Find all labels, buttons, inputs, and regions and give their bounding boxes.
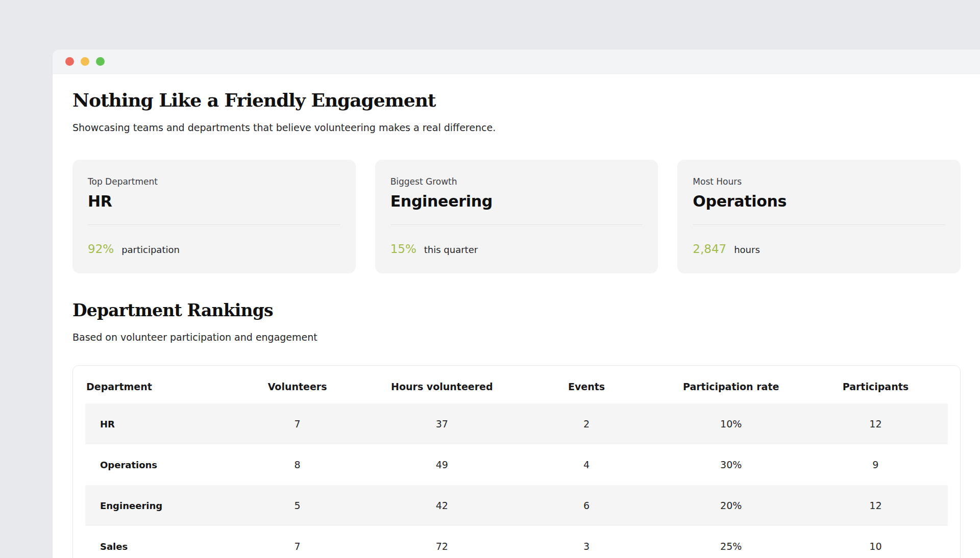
cell-participants: 9 [803,459,948,470]
column-header-events: Events [514,381,658,393]
cell-department: HR [85,419,225,429]
cell-events: 4 [514,459,658,470]
cell-events: 3 [514,541,658,552]
card-stat: 92% participation [88,242,340,256]
column-header-volunteers: Volunteers [225,381,370,393]
cell-department: Sales [85,541,225,552]
cell-participation-rate: 10% [659,418,803,429]
stat-number: 92% [88,242,114,256]
table-row: Engineering 5 42 6 20% 12 [85,485,948,526]
card-label: Biggest Growth [390,176,643,188]
table-row: HR 7 37 2 10% 12 [85,403,948,444]
cell-events: 6 [514,500,658,511]
traffic-lights [65,57,105,66]
column-header-participants: Participants [803,381,948,393]
section-title-department-rankings: Department Rankings [72,301,961,320]
cell-participants: 10 [803,541,948,552]
stat-unit: this quarter [424,244,478,255]
cell-participants: 12 [803,500,948,511]
column-header-department: Department [85,381,225,393]
stat-unit: hours [734,244,760,255]
cell-hours: 37 [370,418,514,429]
cell-hours: 72 [370,541,514,552]
card-label: Most Hours [693,176,945,188]
maximize-button[interactable] [96,57,105,66]
card-label: Top Department [88,176,340,188]
card-divider [693,224,945,225]
section-subtitle: Based on volunteer participation and eng… [72,331,961,344]
card-most-hours: Most Hours Operations 2,847 hours [677,160,961,273]
minimize-button[interactable] [81,57,89,66]
cell-department: Operations [85,460,225,470]
page-content: Nothing Like a Friendly Engagement Showc… [53,74,961,558]
highlight-cards: Top Department HR 92% participation Bigg… [72,160,961,273]
column-header-participation-rate: Participation rate [659,381,803,393]
app-window: Nothing Like a Friendly Engagement Showc… [53,49,980,558]
cell-hours: 49 [370,459,514,470]
cell-participation-rate: 30% [659,459,803,470]
card-biggest-growth: Biggest Growth Engineering 15% this quar… [375,160,658,273]
page-title: Nothing Like a Friendly Engagement [72,89,961,111]
card-value: Operations [693,192,945,211]
cell-participants: 12 [803,418,948,429]
cell-events: 2 [514,418,658,429]
stat-number: 2,847 [693,242,726,256]
cell-volunteers: 7 [225,418,370,429]
rankings-table: Department Volunteers Hours volunteered … [72,365,961,558]
card-value: Engineering [390,192,643,211]
table-header-row: Department Volunteers Hours volunteered … [85,378,948,403]
card-stat: 2,847 hours [693,242,945,256]
cell-volunteers: 8 [225,459,370,470]
cell-volunteers: 5 [225,500,370,511]
close-button[interactable] [65,57,74,66]
card-stat: 15% this quarter [390,242,643,256]
stat-unit: participation [121,244,180,255]
cell-participation-rate: 20% [659,500,803,511]
page-subtitle: Showcasing teams and departments that be… [72,121,961,134]
card-divider [390,224,643,225]
card-divider [88,224,340,225]
window-titlebar [53,49,980,74]
cell-participation-rate: 25% [659,541,803,552]
cell-volunteers: 7 [225,541,370,552]
column-header-hours-volunteered: Hours volunteered [370,381,514,393]
cell-hours: 42 [370,500,514,511]
table-row: Operations 8 49 4 30% 9 [85,444,948,485]
stat-number: 15% [390,242,416,256]
card-value: HR [88,192,340,211]
table-row: Sales 7 72 3 25% 10 [85,526,948,558]
cell-department: Engineering [85,500,225,511]
card-top-department: Top Department HR 92% participation [72,160,356,273]
